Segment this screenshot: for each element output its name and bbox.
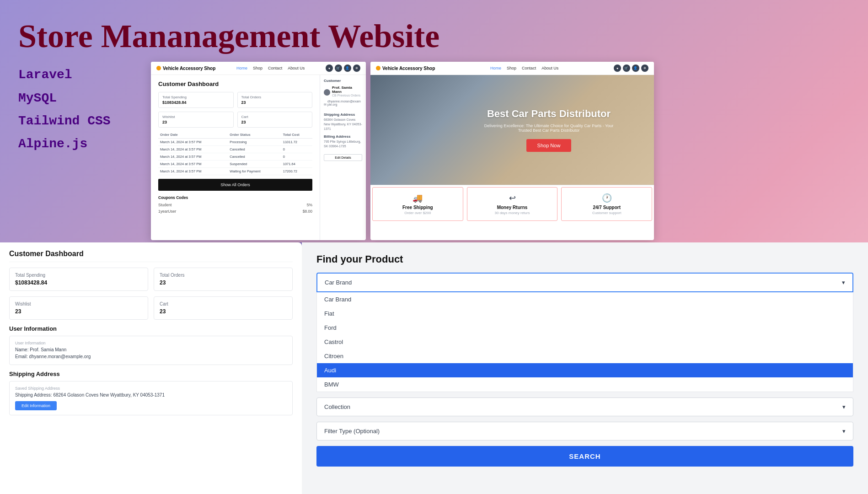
hero-content: Best Car Parts Distributor Delivering Ex… <box>480 108 617 152</box>
features-row: 🚚 Free Shipping Order over $200 ↩ Money … <box>370 185 654 223</box>
bottom-stat-cart: Cart 23 <box>154 296 293 320</box>
nav-home-right[interactable]: Home <box>490 66 501 70</box>
shipping-addr-text: Shipping Address: 68264 Golason Coves Ne… <box>15 392 287 398</box>
show-all-button[interactable]: Show All Orders <box>158 179 312 191</box>
nav-about-right[interactable]: About Us <box>541 66 558 70</box>
feature-shipping: 🚚 Free Shipping Order over $200 <box>372 187 463 221</box>
nav-contact-right[interactable]: Contact <box>522 66 536 70</box>
nav-links-right: Home Shop Contact About Us <box>490 66 558 70</box>
table-row: March 14, 2024 at 3:57 PM Suspended 1071… <box>158 161 312 168</box>
chevron-down-icon: ▾ <box>842 279 845 286</box>
main-title: Store Mananagement Website <box>18 18 439 54</box>
user-name-text: Name: Prof. Samia Mann <box>15 346 287 353</box>
bottom-dashboard-title: Customer Dashboard <box>9 250 293 262</box>
car-brand-dropdown: Car Brand Fiat Ford Castrol Citroen Audi… <box>316 292 853 392</box>
user-icon-right[interactable]: 👤 <box>632 64 639 72</box>
user-email-text: Email: dhyanne.moran@example.org <box>15 353 287 360</box>
tech-laravel: Laravel <box>18 64 439 86</box>
collection-wrapper: Collection ▾ <box>316 397 853 416</box>
bottom-stat-orders: Total Orders 23 <box>154 268 293 291</box>
hero-text-block: Store Mananagement Website Laravel MySQL… <box>18 18 439 156</box>
tech-mysql: MySQL <box>18 87 439 110</box>
brand-option-4[interactable]: Citroen <box>317 349 853 363</box>
shop-now-button[interactable]: Shop Now <box>526 139 572 152</box>
table-row: March 14, 2024 at 3:57 PM Waiting for Pa… <box>158 168 312 175</box>
tech-tailwind: Tailwind CSS <box>18 110 439 133</box>
brand-option-2[interactable]: Ford <box>317 321 853 335</box>
find-product-section: Find your Product Car Brand ▾ Car Brand … <box>302 242 868 494</box>
hero-main-title: Best Car Parts Distributor <box>480 108 617 120</box>
tech-stack: Laravel MySQL Tailwind CSS Alpine.js <box>18 64 439 156</box>
brand-option-3[interactable]: Castrol <box>317 335 853 349</box>
car-brand-wrapper: Car Brand ▾ <box>316 273 853 292</box>
bottom-dashboard: Customer Dashboard Total Spending $10834… <box>0 242 302 494</box>
profile-icon-right[interactable]: ⊕ <box>641 64 648 72</box>
brand-option-1[interactable]: Fiat <box>317 306 853 321</box>
nav-shop-right[interactable]: Shop <box>507 66 516 70</box>
shipping-icon: 🚚 <box>378 193 457 203</box>
coupons-section: Coupons Codes Student 5% 1yearUser $8.00 <box>158 195 312 215</box>
filter-label: Filter Type (Optional) <box>324 428 380 435</box>
bottom-dashboard-content: Customer Dashboard Total Spending $10834… <box>0 242 302 494</box>
hero-subtitle: Delivering Excellence: The Ultimate Choi… <box>480 124 617 133</box>
cart-icon-right[interactable]: 🛒 <box>623 64 630 72</box>
user-info-section-title: User Information <box>9 325 293 332</box>
brand-option-0[interactable]: Car Brand <box>317 292 853 306</box>
shipping-section-title: Shipping Address <box>9 370 293 377</box>
bottom-stat-spending: Total Spending $1083428.84 <box>9 268 148 291</box>
bottom-stats-row-2: Wishlist 23 Cart 23 <box>9 296 293 320</box>
bottom-stat-wishlist: Wishlist 23 <box>9 296 148 320</box>
support-icon: 🕐 <box>567 193 646 203</box>
feature-support: 🕐 24/7 Support Customer support <box>561 187 652 221</box>
find-product-title: Find your Product <box>316 253 853 265</box>
edit-info-button[interactable]: Edit Information <box>15 401 57 410</box>
heart-icon-right[interactable]: ♥ <box>614 64 621 72</box>
feature-returns: ↩ Money Rturns 30 days money returs <box>467 187 558 221</box>
nav-icons-right: ♥ 🛒 👤 ⊕ <box>614 64 648 72</box>
collection-select[interactable]: Collection ▾ <box>316 397 853 416</box>
brand-option-6[interactable]: BMW <box>317 377 853 392</box>
car-brand-select[interactable]: Car Brand ▾ <box>316 273 853 292</box>
bottom-row: Customer Dashboard Total Spending $10834… <box>0 242 868 494</box>
coupon-yearuser: 1yearUser $8.00 <box>158 208 312 215</box>
chevron-down-collection-icon: ▾ <box>842 403 846 410</box>
returns-icon: ↩ <box>473 193 552 203</box>
shipping-info-box: Saved Shipping Address Shipping Address:… <box>9 381 293 415</box>
brand-option-5[interactable]: Audi <box>317 363 853 377</box>
collection-label: Collection <box>324 403 350 410</box>
search-button[interactable]: SEARCH <box>316 446 853 467</box>
bottom-stats-row-1: Total Spending $1083428.84 Total Orders … <box>9 268 293 291</box>
chevron-down-filter-icon: ▾ <box>842 428 846 435</box>
tech-alpine: Alpine.js <box>18 133 439 156</box>
coupon-student: Student 5% <box>158 202 312 208</box>
car-brand-selected-value: Car Brand <box>325 279 352 286</box>
user-info-box: User Information Name: Prof. Samia Mann … <box>9 336 293 365</box>
filter-wrapper: Filter Type (Optional) ▾ <box>316 422 853 440</box>
filter-select[interactable]: Filter Type (Optional) ▾ <box>316 422 853 440</box>
